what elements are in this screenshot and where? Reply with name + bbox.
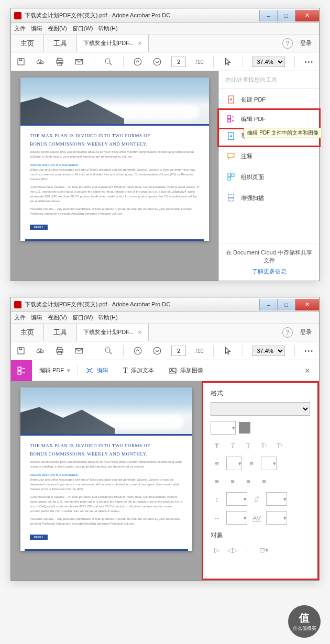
tab-tools[interactable]: 工具 <box>44 324 77 341</box>
more-tools-icon[interactable]: ••• <box>304 59 314 65</box>
tool-scan[interactable]: 增强扫描 <box>219 187 319 208</box>
menu-window[interactable]: 窗口(W) <box>72 314 93 321</box>
mail-icon[interactable] <box>74 346 84 356</box>
maximize-button[interactable]: □ <box>277 10 295 21</box>
tool-organize[interactable]: 组织页面 <box>219 166 319 187</box>
document-viewport[interactable]: THE MAX PLAN IS DIVIDED INTO TWO FORMS O… <box>11 71 218 281</box>
color-swatch[interactable] <box>239 422 250 434</box>
zoom-select[interactable]: 37.4% <box>252 57 285 67</box>
edit-button[interactable]: 编辑 <box>78 360 116 381</box>
help-icon[interactable]: ? <box>282 327 293 338</box>
tab-home[interactable]: 主页 <box>11 35 44 52</box>
align-right-icon[interactable]: ≡ <box>242 475 255 487</box>
cloud-learn-more[interactable]: 了解更多信息 <box>223 268 315 275</box>
cloud-icon[interactable] <box>36 346 46 356</box>
horizontal-scale-icon[interactable]: ↔ <box>211 512 223 524</box>
font-size-select[interactable]: ▾ <box>211 421 236 435</box>
tab-document[interactable]: 下载奖金计划PDF... × <box>77 35 149 52</box>
arrange-icon[interactable]: ⊡▾ <box>258 544 270 556</box>
menu-view[interactable]: 视图(V) <box>48 314 67 321</box>
number-list-select[interactable]: ▾ <box>261 457 277 470</box>
italic-icon[interactable]: T <box>226 440 239 451</box>
line-spacing-icon[interactable]: ↕ <box>211 493 223 505</box>
text-icon: T <box>123 367 128 375</box>
line-spacing-select[interactable]: ▾ <box>226 492 247 506</box>
more-tools-icon[interactable]: ••• <box>304 348 314 354</box>
tab-document[interactable]: 下载奖金计划PDF... × <box>77 324 149 341</box>
menu-file[interactable]: 文件 <box>14 25 26 32</box>
tool-comment[interactable]: 注释 <box>219 146 319 166</box>
mail-icon[interactable] <box>74 57 84 67</box>
search-icon[interactable] <box>104 57 114 67</box>
save-icon[interactable] <box>16 57 26 67</box>
menu-view[interactable]: 视图(V) <box>48 25 67 32</box>
close-button[interactable]: ✕ <box>295 10 319 21</box>
tab-tools[interactable]: 工具 <box>44 35 77 52</box>
menu-window[interactable]: 窗口(W) <box>72 25 93 32</box>
char-spacing-icon[interactable]: AV <box>250 512 263 524</box>
bold-icon[interactable]: T <box>211 440 223 451</box>
align-center-icon[interactable]: ≡ <box>226 475 239 487</box>
maximize-button[interactable]: □ <box>277 299 295 310</box>
edit-pdf-icon <box>226 114 236 124</box>
paragraph-spacing-icon[interactable]: ⇵ <box>250 493 263 505</box>
page-down-icon[interactable] <box>152 57 162 67</box>
document-viewport[interactable]: THE MAX PLAN IS DIVIDED INTO TWO FORMS O… <box>11 381 202 580</box>
crop-icon[interactable]: ⌐ <box>242 544 255 556</box>
bullet-list-select[interactable]: ▾ <box>226 457 242 470</box>
tab-close-icon[interactable]: × <box>138 328 142 336</box>
page-up-icon[interactable] <box>133 57 143 67</box>
print-icon[interactable] <box>55 57 65 67</box>
close-edit-toolbar[interactable]: ✕ <box>296 367 319 375</box>
cloud-icon[interactable] <box>36 57 46 67</box>
number-list-icon[interactable]: ≡ <box>245 458 258 469</box>
doc-p1: When you and other Associates sell any o… <box>30 168 200 182</box>
horizontal-scale-select[interactable]: ▾ <box>226 511 247 525</box>
tool-create-pdf[interactable]: 创建 PDF <box>219 89 319 110</box>
edit-pdf-tool-icon[interactable] <box>11 360 32 381</box>
underline-icon[interactable]: T <box>242 440 255 451</box>
comment-icon <box>226 151 236 161</box>
menu-edit[interactable]: 编辑 <box>31 314 42 321</box>
print-icon[interactable] <box>55 346 65 356</box>
minimize-button[interactable]: – <box>259 10 277 21</box>
paragraph-spacing-select[interactable]: ▾ <box>266 492 287 506</box>
tab-home[interactable]: 主页 <box>11 324 44 341</box>
align-left-icon[interactable]: ≡ <box>211 475 223 487</box>
doc-headline-2: BONUS COMMISSIONS: WEEKLY AND MONTHLY. <box>30 141 200 147</box>
close-button[interactable]: ✕ <box>295 299 319 310</box>
menu-file[interactable]: 文件 <box>14 314 26 321</box>
menu-help[interactable]: 帮助(H) <box>98 314 117 321</box>
login-link[interactable]: 登录 <box>300 328 312 336</box>
minimize-button[interactable]: – <box>259 299 277 310</box>
add-image-button[interactable]: 添加图像 <box>161 360 211 381</box>
add-text-button[interactable]: T 添加文本 <box>116 360 161 381</box>
subscript-icon[interactable]: TT <box>273 440 286 451</box>
page-down-icon[interactable] <box>152 346 162 356</box>
font-family-select[interactable] <box>211 402 310 416</box>
help-icon[interactable]: ? <box>282 38 293 49</box>
login-link[interactable]: 登录 <box>300 39 312 47</box>
tools-search[interactable]: 在此处查找您的工具 <box>219 71 319 89</box>
menu-edit[interactable]: 编辑 <box>31 25 42 32</box>
superscript-icon[interactable]: TT <box>258 440 270 451</box>
tab-close-icon[interactable]: × <box>138 39 142 47</box>
edit-pdf-title[interactable]: 编辑 PDF ▾ <box>32 360 78 381</box>
bullet-list-icon[interactable]: ≡ <box>211 458 223 469</box>
save-icon[interactable] <box>16 346 26 356</box>
align-justify-icon[interactable]: ≡ <box>258 475 270 487</box>
zoom-select[interactable]: 37.4% <box>252 346 285 356</box>
flip-vertical-icon[interactable]: ▷ <box>211 544 223 556</box>
page-up-icon[interactable] <box>133 346 143 356</box>
menu-help[interactable]: 帮助(H) <box>98 25 117 32</box>
pointer-icon[interactable] <box>223 57 233 67</box>
format-panel: 格式 ▾ T T T TT TT ≡ ▾ ≡ ▾ <box>202 381 319 580</box>
tool-edit-tooltip: 编辑 PDF 文件中的文本和图像 <box>244 128 322 138</box>
search-icon[interactable] <box>104 346 114 356</box>
window-title: 下载奖金计划PDF文件(英文).pdf - Adobe Acrobat Pro … <box>25 12 259 19</box>
flip-horizontal-icon[interactable]: ◁▷ <box>226 544 239 556</box>
page-number-input[interactable] <box>171 346 186 356</box>
char-spacing-select[interactable]: ▾ <box>266 511 287 525</box>
page-number-input[interactable] <box>171 57 186 67</box>
pointer-icon[interactable] <box>223 346 233 356</box>
